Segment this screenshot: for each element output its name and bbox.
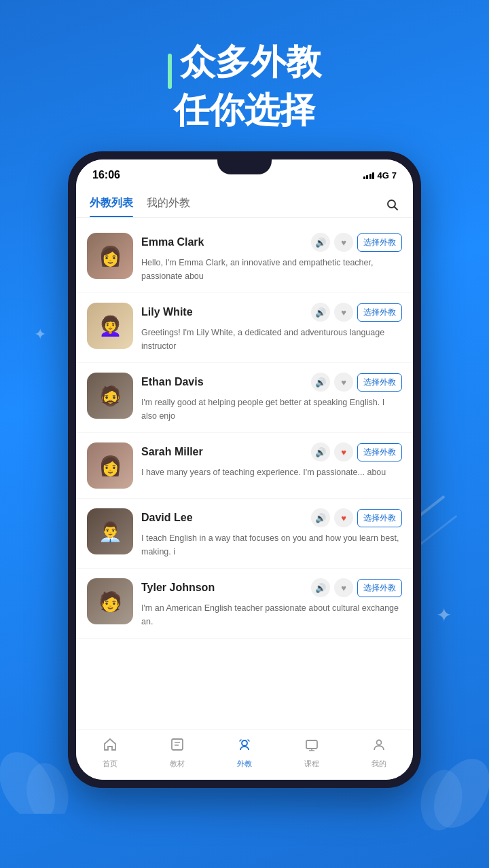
select-teacher-button[interactable]: 选择外教 [357, 443, 402, 461]
teacher-name-row: David Lee 🔊 ♥ 选择外教 [141, 508, 402, 527]
teacher-name: Tyler Johnson [141, 582, 215, 594]
favorite-icon[interactable]: ♥ [334, 578, 353, 597]
select-teacher-button[interactable]: 选择外教 [357, 509, 402, 527]
nav-item-首页[interactable]: 首页 [90, 737, 130, 769]
teacher-item: 👩 Sarah Miller 🔊 ♥ 选择外教 I have many year… [76, 433, 413, 499]
teacher-name: Ethan Davis [141, 376, 204, 388]
audio-icon[interactable]: 🔊 [311, 442, 330, 461]
title-line1: 众多外教 [180, 41, 321, 83]
teacher-avatar: 🧔 [87, 373, 133, 419]
teacher-item: 👩 Emma Clark 🔊 ♥ 选择外教 Hello, I'm Emma Cl… [76, 223, 413, 293]
teacher-name-row: Sarah Miller 🔊 ♥ 选择外教 [141, 442, 402, 461]
teacher-info: Sarah Miller 🔊 ♥ 选择外教 I have many years … [141, 442, 402, 479]
nav-label-首页: 首页 [103, 759, 117, 769]
teacher-description: I'm really good at helping people get be… [141, 396, 402, 423]
tab-group: 外教列表 我的外教 [90, 196, 190, 217]
teacher-avatar: 🧑 [87, 578, 133, 624]
svg-rect-6 [172, 739, 183, 750]
status-bar: 16:06 4G 7 [76, 159, 413, 187]
teacher-name: Sarah Miller [141, 446, 203, 458]
bottom-nav: 首页 教材 外教 课程 我的 [76, 730, 413, 780]
tab-teacher-list[interactable]: 外教列表 [90, 196, 133, 217]
signal-icon [363, 171, 375, 179]
teacher-avatar: 👩‍🦱 [87, 303, 133, 349]
teacher-name: Emma Clark [141, 236, 204, 248]
nav-item-我的[interactable]: 我的 [359, 737, 399, 769]
app-header: 外教列表 我的外教 [76, 187, 413, 218]
svg-point-13 [377, 740, 382, 745]
teacher-avatar: 👨‍💼 [87, 508, 133, 554]
phone-screen: 16:06 4G 7 外教列表 我的外教 [76, 159, 413, 780]
teacher-avatar: 👩 [87, 442, 133, 489]
favorite-icon[interactable]: ♥ [334, 373, 353, 392]
teacher-info: Emma Clark 🔊 ♥ 选择外教 Hello, I'm Emma Clar… [141, 233, 402, 283]
nav-label-教材: 教材 [170, 759, 185, 769]
status-icons: 4G 7 [363, 170, 397, 181]
search-button[interactable] [386, 198, 399, 215]
select-teacher-button[interactable]: 选择外教 [357, 303, 402, 322]
audio-icon[interactable]: 🔊 [311, 303, 330, 322]
teacher-name-row: Ethan Davis 🔊 ♥ 选择外教 [141, 373, 402, 392]
status-time: 16:06 [92, 169, 120, 181]
favorite-icon[interactable]: ♥ [334, 303, 353, 322]
favorite-icon[interactable]: ♥ [334, 442, 353, 461]
nav-icon-外教 [237, 737, 252, 756]
teacher-actions: 🔊 ♥ 选择外教 [311, 303, 402, 322]
title-line2: 任你选择 [27, 89, 462, 131]
svg-rect-10 [306, 740, 317, 749]
teacher-description: I'm an American English teacher passiona… [141, 601, 402, 628]
nav-icon-首页 [103, 737, 117, 756]
nav-label-外教: 外教 [237, 759, 252, 769]
teacher-description: I have many years of teaching experience… [141, 466, 402, 479]
audio-icon[interactable]: 🔊 [311, 578, 330, 597]
title-accent-bar [168, 54, 172, 89]
battery-label: 7 [392, 170, 397, 181]
teacher-name: Lily White [141, 306, 193, 318]
audio-icon[interactable]: 🔊 [311, 233, 330, 252]
nav-item-外教[interactable]: 外教 [224, 737, 265, 769]
teacher-item: 👨‍💼 David Lee 🔊 ♥ 选择外教 I teach English i… [76, 499, 413, 569]
svg-point-9 [242, 740, 247, 746]
teacher-actions: 🔊 ♥ 选择外教 [311, 233, 402, 252]
teacher-info: Ethan Davis 🔊 ♥ 选择外教 I'm really good at … [141, 373, 402, 423]
teacher-actions: 🔊 ♥ 选择外教 [311, 508, 402, 527]
select-teacher-button[interactable]: 选择外教 [357, 579, 402, 597]
teacher-actions: 🔊 ♥ 选择外教 [311, 373, 402, 392]
nav-item-课程[interactable]: 课程 [291, 737, 332, 769]
app-content: 外教列表 我的外教 👩 Emma Clark [76, 187, 413, 730]
teacher-list: 👩 Emma Clark 🔊 ♥ 选择外教 Hello, I'm Emma Cl… [76, 218, 413, 644]
audio-icon[interactable]: 🔊 [311, 508, 330, 527]
teacher-info: Tyler Johnson 🔊 ♥ 选择外教 I'm an American E… [141, 578, 402, 628]
avatar-image: 🧑 [87, 578, 133, 624]
select-teacher-button[interactable]: 选择外教 [357, 233, 402, 252]
select-teacher-button[interactable]: 选择外教 [357, 373, 402, 392]
teacher-info: Lily White 🔊 ♥ 选择外教 Greetings! I'm Lily … [141, 303, 402, 353]
favorite-icon[interactable]: ♥ [334, 233, 353, 252]
phone-device: 16:06 4G 7 外教列表 我的外教 [68, 151, 421, 788]
nav-item-教材[interactable]: 教材 [157, 737, 198, 769]
audio-icon[interactable]: 🔊 [311, 373, 330, 392]
avatar-image: 👩 [87, 233, 133, 279]
title-area: 众多外教 任你选择 [0, 0, 489, 151]
phone-wrapper: 16:06 4G 7 外教列表 我的外教 [0, 151, 489, 801]
teacher-description: I teach English in a way that focuses on… [141, 531, 402, 559]
nav-icon-课程 [304, 737, 319, 756]
favorite-icon[interactable]: ♥ [334, 508, 353, 527]
avatar-image: 👩‍🦱 [87, 303, 133, 349]
teacher-name-row: Lily White 🔊 ♥ 选择外教 [141, 303, 402, 322]
teacher-item: 🧔 Ethan Davis 🔊 ♥ 选择外教 I'm really good a… [76, 363, 413, 433]
nav-icon-教材 [170, 737, 185, 756]
network-label: 4G [377, 170, 388, 181]
teacher-actions: 🔊 ♥ 选择外教 [311, 578, 402, 597]
tab-my-teacher[interactable]: 我的外教 [147, 196, 190, 217]
teacher-name: David Lee [141, 512, 193, 524]
teacher-actions: 🔊 ♥ 选择外教 [311, 442, 402, 461]
teacher-avatar: 👩 [87, 233, 133, 279]
nav-label-课程: 课程 [304, 759, 319, 769]
nav-label-我的: 我的 [372, 759, 386, 769]
svg-line-5 [395, 207, 398, 210]
teacher-item: 👩‍🦱 Lily White 🔊 ♥ 选择外教 Greetings! I'm L… [76, 293, 413, 363]
avatar-image: 👨‍💼 [87, 508, 133, 554]
teacher-description: Greetings! I'm Lily White, a dedicated a… [141, 326, 402, 353]
teacher-name-row: Tyler Johnson 🔊 ♥ 选择外教 [141, 578, 402, 597]
